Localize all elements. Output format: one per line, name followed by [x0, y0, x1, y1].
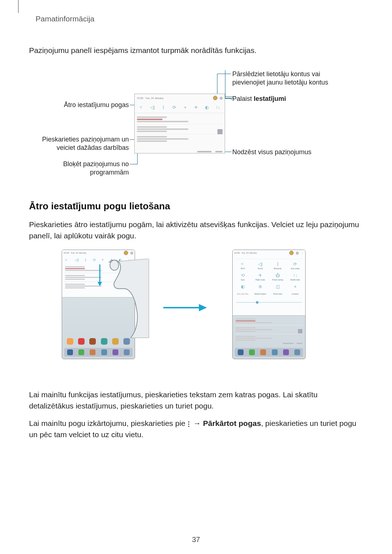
- user-avatar-icon: [289, 251, 294, 255]
- bluelight-icon: ◐: [119, 258, 122, 262]
- svg-point-6: [188, 423, 189, 424]
- airplane-icon: ✈: [193, 105, 199, 110]
- paragraph-1: Pieskarieties ātro iestatījumu pogām, la…: [29, 219, 363, 241]
- location-icon: ⌖: [292, 284, 298, 290]
- gear-icon: ✿: [220, 96, 222, 100]
- notification-panel-diagram: Ātro iestatījumu pogas Pieskarieties paz…: [40, 70, 352, 182]
- more-vertical-icon: [188, 421, 191, 427]
- callout-block-notifications: Bloķēt paziņojumus no programmām: [40, 160, 129, 176]
- para3-bold: Pārkārtot pogas: [203, 419, 261, 427]
- bluelight-icon: ◐: [240, 284, 246, 290]
- wifi-icon: ᯤ: [139, 105, 144, 110]
- bluetooth-icon: ᛒ: [85, 258, 87, 262]
- callout-quick-settings: Ātro iestatījumu pogas: [40, 101, 129, 109]
- leader-line: [130, 164, 137, 164]
- leader-line: [225, 70, 225, 98]
- svg-marker-4: [199, 304, 207, 311]
- callout-text: Palaist: [232, 95, 254, 102]
- leader-line: [217, 74, 231, 74]
- panel-footer-actions: [197, 151, 222, 152]
- power-icon: ⏻: [275, 272, 281, 278]
- transition-arrow-icon: [163, 302, 207, 313]
- location-icon: ⌖: [102, 258, 104, 262]
- brightness-slider: [236, 302, 302, 303]
- sound-icon: ◁): [150, 105, 155, 110]
- sync-icon: ⟲: [240, 272, 246, 278]
- rotate-icon: ⟳: [93, 258, 96, 262]
- data-icon: ↑↓: [215, 105, 220, 110]
- callout-bold: Iestatījumi: [254, 95, 286, 102]
- section-header: Pamatinformācija: [36, 15, 363, 23]
- tablet-panel-screenshot: 15:08 · Tue, 24 January ✿ ᯤ ◁) ᛒ ⟳ ⌖ ✈ ◐…: [134, 94, 225, 153]
- airplane-icon: ✈: [110, 258, 113, 262]
- svg-marker-1: [98, 282, 102, 286]
- swipe-down-arrow-icon: [97, 264, 103, 286]
- hotspot-icon: ⊚: [257, 284, 263, 290]
- svg-point-7: [188, 426, 189, 427]
- quick-settings-row: ᯤ ◁) ᛒ ⟳ ⌖ ✈ ◐ ↑↓: [135, 102, 225, 113]
- leader-line: [217, 74, 217, 96]
- callout-tap-notification: Pieskarieties paziņojumam un veiciet daž…: [40, 135, 129, 152]
- callout-launch-settings: Palaist Iestatījumi: [232, 95, 348, 103]
- gear-icon: ✿: [296, 251, 299, 255]
- status-time: 15:08 · Tue, 24 January: [137, 97, 164, 99]
- tablet-after: 15:08 · Tue, 24 January ✿ ⋮ ᯤWi-Fi ◁)Sou…: [232, 250, 306, 359]
- para3-pre: Lai mainītu pogu izkārtojumu, pieskariet…: [29, 419, 188, 427]
- data-icon: ↑↓: [128, 258, 132, 262]
- user-avatar-icon: [213, 96, 217, 100]
- leader-line: [225, 152, 232, 152]
- location-icon: ⌖: [183, 105, 188, 110]
- status-bar: 15:08 · Tue, 24 January ✿: [135, 94, 225, 102]
- gear-icon: ✿: [130, 251, 133, 255]
- page-number: 37: [0, 535, 392, 544]
- data-icon: ↑↓: [292, 272, 298, 278]
- callout-clear-all: Nodzēst visus paziņojumus: [232, 148, 348, 156]
- bluelight-icon: ◐: [204, 105, 209, 110]
- paragraph-2: Lai mainītu funkcijas iestatījumus, pies…: [29, 389, 363, 411]
- wifi-icon: ᯤ: [240, 261, 246, 267]
- bluetooth-icon: ᛒ: [275, 261, 281, 267]
- svg-point-5: [188, 421, 189, 422]
- user-avatar-icon: [124, 251, 128, 255]
- subheading-quick-settings: Ātro iestatījumu pogu lietošana: [29, 201, 363, 212]
- sound-icon: ◁): [257, 261, 263, 267]
- page-margin-mark: [18, 0, 19, 13]
- rotate-icon: ⟳: [292, 261, 298, 267]
- quick-settings-illustration: 15:08 · Tue, 24 January ✿ ᯤ ◁) ᛒ ⟳ ⌖ ✈ ◐…: [51, 248, 385, 371]
- notification-list: [135, 113, 225, 145]
- airplane-icon: ✈: [257, 272, 263, 278]
- sound-icon: ◁): [75, 258, 79, 262]
- callout-switch-users: Pārslēdziet lietotāju kontus vai pievien…: [232, 70, 348, 86]
- panel-footer-actions: [283, 343, 302, 344]
- paragraph-3: Lai mainītu pogu izkārtojumu, pieskariet…: [29, 418, 363, 440]
- svoice-icon: ◫: [275, 284, 281, 290]
- more-icon: ⋮: [301, 251, 304, 255]
- intro-paragraph: Paziņojumu panelī iespējams izmantot tur…: [29, 45, 363, 56]
- bluetooth-icon: ᛒ: [161, 105, 166, 110]
- para3-arrow: →: [191, 419, 203, 427]
- tablet-before: 15:08 · Tue, 24 January ✿ ᯤ ◁) ᛒ ⟳ ⌖ ✈ ◐…: [62, 250, 135, 359]
- rotate-icon: ⟳: [172, 105, 177, 110]
- wifi-icon: ᯤ: [65, 258, 69, 262]
